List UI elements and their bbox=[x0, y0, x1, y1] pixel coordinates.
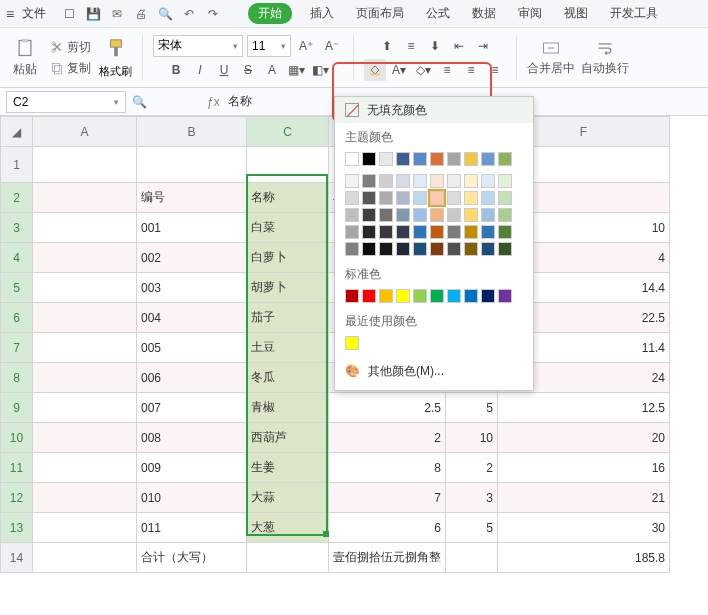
tab-开始[interactable]: 开始 bbox=[248, 3, 292, 24]
color-swatch[interactable] bbox=[498, 225, 512, 239]
cell[interactable]: 白萝卜 bbox=[247, 243, 329, 273]
color-swatch[interactable] bbox=[498, 174, 512, 188]
color-swatch[interactable] bbox=[464, 174, 478, 188]
cell[interactable]: 20 bbox=[498, 423, 670, 453]
cell[interactable]: 004 bbox=[137, 303, 247, 333]
cell[interactable]: 白菜 bbox=[247, 213, 329, 243]
tab-数据[interactable]: 数据 bbox=[468, 3, 500, 24]
cell[interactable] bbox=[33, 147, 137, 183]
cell[interactable]: 7 bbox=[329, 483, 446, 513]
cell[interactable]: 10 bbox=[446, 423, 498, 453]
cell[interactable] bbox=[33, 303, 137, 333]
cell[interactable]: 002 bbox=[137, 243, 247, 273]
font-color-button[interactable]: A bbox=[261, 59, 283, 81]
row-header[interactable]: 1 bbox=[1, 147, 33, 183]
cell[interactable] bbox=[33, 213, 137, 243]
color-swatch[interactable] bbox=[379, 152, 393, 166]
cell[interactable] bbox=[33, 423, 137, 453]
cell[interactable]: 16 bbox=[498, 453, 670, 483]
color-swatch[interactable] bbox=[379, 191, 393, 205]
row-header[interactable]: 10 bbox=[1, 423, 33, 453]
color-swatch[interactable] bbox=[430, 225, 444, 239]
color-swatch[interactable] bbox=[430, 242, 444, 256]
color-swatch[interactable] bbox=[447, 225, 461, 239]
color-swatch[interactable] bbox=[345, 174, 359, 188]
qa-icon-3[interactable]: ✉ bbox=[108, 5, 126, 23]
italic-button[interactable]: I bbox=[189, 59, 211, 81]
cell[interactable] bbox=[33, 363, 137, 393]
cell[interactable] bbox=[33, 543, 137, 573]
more-colors-option[interactable]: 🎨 其他颜色(M)... bbox=[335, 358, 533, 384]
qa-undo-icon[interactable]: ↶ bbox=[180, 5, 198, 23]
color-swatch[interactable] bbox=[362, 191, 376, 205]
color-swatch[interactable] bbox=[464, 191, 478, 205]
cell[interactable]: 8 bbox=[329, 453, 446, 483]
formula-bar[interactable]: 名称 bbox=[228, 93, 252, 110]
cell[interactable]: 009 bbox=[137, 453, 247, 483]
cell[interactable]: 12.5 bbox=[498, 393, 670, 423]
cell[interactable]: 茄子 bbox=[247, 303, 329, 333]
copy-button[interactable]: 复制 bbox=[48, 59, 93, 78]
cell[interactable]: 冬瓜 bbox=[247, 363, 329, 393]
file-menu[interactable]: 文件 bbox=[22, 5, 46, 22]
cell[interactable]: 001 bbox=[137, 213, 247, 243]
color-swatch[interactable] bbox=[345, 289, 359, 303]
cell[interactable]: 壹佰捌拾伍元捌角整 bbox=[329, 543, 446, 573]
color-swatch[interactable] bbox=[430, 191, 444, 205]
col-header-B[interactable]: B bbox=[137, 117, 247, 147]
color-swatch[interactable] bbox=[481, 289, 495, 303]
color-swatch[interactable] bbox=[447, 208, 461, 222]
color-swatch[interactable] bbox=[413, 289, 427, 303]
color-swatch[interactable] bbox=[345, 242, 359, 256]
color-swatch[interactable] bbox=[362, 152, 376, 166]
cell[interactable]: 005 bbox=[137, 333, 247, 363]
color-swatch[interactable] bbox=[413, 174, 427, 188]
row-header[interactable]: 6 bbox=[1, 303, 33, 333]
fill-color-button[interactable] bbox=[364, 59, 386, 81]
cell[interactable]: 185.8 bbox=[498, 543, 670, 573]
cell[interactable]: 011 bbox=[137, 513, 247, 543]
qa-preview-icon[interactable]: 🔍 bbox=[156, 5, 174, 23]
tab-开发工具[interactable]: 开发工具 bbox=[606, 3, 662, 24]
row-header[interactable]: 2 bbox=[1, 183, 33, 213]
increase-font-icon[interactable]: A⁺ bbox=[295, 35, 317, 57]
select-all-corner[interactable]: ◢ bbox=[1, 117, 33, 147]
row-header[interactable]: 12 bbox=[1, 483, 33, 513]
color-swatch[interactable] bbox=[481, 242, 495, 256]
color-swatch[interactable] bbox=[481, 191, 495, 205]
tab-页面布局[interactable]: 页面布局 bbox=[352, 3, 408, 24]
color-swatch[interactable] bbox=[413, 191, 427, 205]
color-swatch[interactable] bbox=[498, 191, 512, 205]
color-swatch[interactable] bbox=[396, 208, 410, 222]
color-swatch[interactable] bbox=[464, 208, 478, 222]
align-bottom-button[interactable]: ⬇ bbox=[424, 35, 446, 57]
color-swatch[interactable] bbox=[498, 208, 512, 222]
color-swatch[interactable] bbox=[379, 208, 393, 222]
color-swatch[interactable] bbox=[413, 242, 427, 256]
paste-button[interactable]: 粘贴 bbox=[8, 34, 42, 82]
align-center-button[interactable]: ≡ bbox=[460, 59, 482, 81]
color-swatch[interactable] bbox=[430, 289, 444, 303]
indent-dec-button[interactable]: ⇤ bbox=[448, 35, 470, 57]
color-swatch[interactable] bbox=[362, 289, 376, 303]
color-swatch[interactable] bbox=[481, 174, 495, 188]
cell[interactable]: 003 bbox=[137, 273, 247, 303]
col-header-C[interactable]: C bbox=[247, 117, 329, 147]
color-swatch[interactable] bbox=[396, 242, 410, 256]
tab-视图[interactable]: 视图 bbox=[560, 3, 592, 24]
row-header[interactable]: 9 bbox=[1, 393, 33, 423]
clear-button[interactable]: ◇▾ bbox=[412, 59, 434, 81]
color-swatch[interactable] bbox=[447, 191, 461, 205]
qa-icon-1[interactable]: ☐ bbox=[60, 5, 78, 23]
color-swatch[interactable] bbox=[396, 191, 410, 205]
no-fill-option[interactable]: 无填充颜色 bbox=[335, 97, 533, 123]
color-swatch[interactable] bbox=[379, 242, 393, 256]
color-swatch[interactable] bbox=[464, 242, 478, 256]
cell[interactable] bbox=[33, 393, 137, 423]
tab-插入[interactable]: 插入 bbox=[306, 3, 338, 24]
cell[interactable]: 胡萝卜 bbox=[247, 273, 329, 303]
cell[interactable]: 2 bbox=[446, 453, 498, 483]
row-header[interactable]: 11 bbox=[1, 453, 33, 483]
color-swatch[interactable] bbox=[498, 289, 512, 303]
color-swatch[interactable] bbox=[481, 152, 495, 166]
